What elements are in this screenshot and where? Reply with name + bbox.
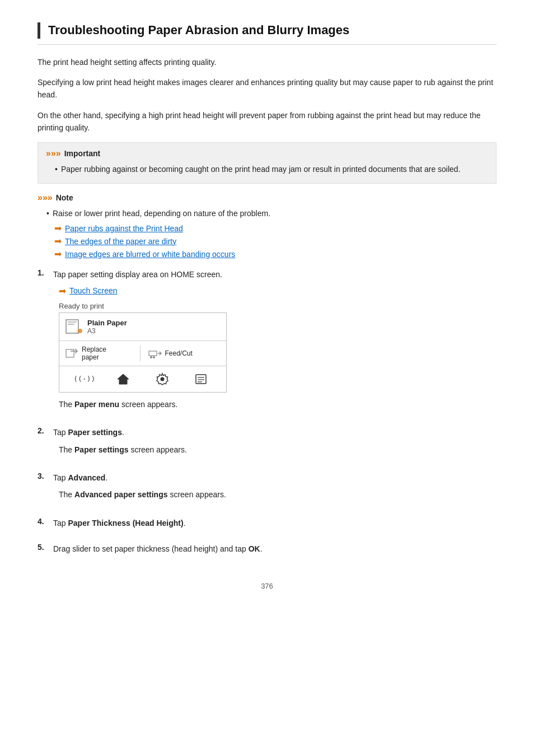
paper-size: A3 bbox=[87, 327, 127, 335]
step-3-num: 3. bbox=[38, 472, 53, 480]
title-bar bbox=[38, 22, 40, 39]
step-2-result-after: screen appears. bbox=[129, 445, 187, 454]
paper-name: Plain Paper bbox=[87, 319, 127, 327]
step-4-after: . bbox=[184, 519, 186, 528]
screen-row-buttons: Replacepaper bbox=[59, 341, 226, 366]
note-text: Raise or lower print head, depending on … bbox=[53, 207, 270, 220]
svg-point-8 bbox=[150, 356, 152, 358]
step-1-result: The Paper menu screen appears. bbox=[59, 398, 496, 410]
step-4-num: 4. bbox=[38, 517, 53, 526]
step-2-text: Tap Paper settings. bbox=[53, 426, 496, 438]
bullet-dot-2: • bbox=[46, 207, 49, 220]
note-link-3[interactable]: ➡ Image edges are blurred or white bandi… bbox=[54, 249, 496, 259]
steps-container: 1. Tap paper setting display area on HOM… bbox=[38, 268, 496, 559]
paper-thickness-bold: Paper Thickness (Head Height) bbox=[68, 519, 183, 528]
advanced-bold: Advanced bbox=[68, 473, 105, 482]
note-chevrons: »»» bbox=[38, 193, 53, 203]
arrow-icon-3: ➡ bbox=[54, 249, 62, 259]
step-5-content: Drag slider to set paper thickness (head… bbox=[53, 543, 496, 559]
wifi-icon: ((·)) bbox=[74, 371, 95, 388]
step-1: 1. Tap paper setting display area on HOM… bbox=[38, 268, 496, 417]
screen-row-paper: Plain Paper A3 bbox=[59, 313, 226, 341]
svg-rect-4 bbox=[66, 349, 74, 357]
note-box: »»» Note • Raise or lower print head, de… bbox=[38, 193, 496, 259]
step-3-result-after: screen appears. bbox=[168, 490, 226, 499]
replace-icon bbox=[65, 348, 78, 359]
link-paper-rubs[interactable]: Paper rubs against the Print Head bbox=[65, 224, 183, 233]
note-link-2[interactable]: ➡ The edges of the paper are dirty bbox=[54, 236, 496, 246]
step-5-before: Drag slider to set paper thickness (head… bbox=[53, 544, 249, 553]
paragraph-2: Specifying a low print head height makes… bbox=[38, 76, 496, 101]
feed-cut-icon bbox=[148, 348, 162, 359]
feed-cut-btn[interactable]: Feed/Cut bbox=[143, 348, 221, 359]
svg-point-3 bbox=[78, 329, 82, 333]
arrow-icon-1: ➡ bbox=[54, 223, 62, 234]
ok-bold: OK bbox=[249, 544, 260, 553]
paragraph-3: On the other hand, specifying a high pri… bbox=[38, 109, 496, 134]
replace-paper-btn[interactable]: Replacepaper bbox=[65, 346, 138, 361]
step-1-text: Tap paper setting display area on HOME s… bbox=[53, 268, 496, 281]
touch-screen-link[interactable]: Touch Screen bbox=[69, 286, 118, 295]
screen-mockup: Plain Paper A3 bbox=[59, 312, 227, 393]
step-3-content: Tap Advanced. The Advanced paper setting… bbox=[53, 472, 496, 508]
advanced-result-bold: Advanced paper settings bbox=[74, 490, 168, 499]
paper-settings-bold: Paper settings bbox=[68, 428, 121, 437]
screen-row-icons: ((·)) bbox=[59, 366, 226, 392]
step-1-content: Tap paper setting display area on HOME s… bbox=[53, 268, 496, 417]
step-2-content: Tap Paper settings. The Paper settings s… bbox=[53, 426, 496, 463]
step-4-text: Tap Paper Thickness (Head Height). bbox=[53, 517, 496, 529]
home-icon bbox=[113, 371, 133, 388]
step-1-num: 1. bbox=[38, 268, 53, 277]
note-label: Note bbox=[56, 193, 73, 202]
important-header: »»» Important bbox=[46, 148, 488, 158]
paper-menu-bold: Paper menu bbox=[74, 400, 119, 409]
svg-rect-1 bbox=[68, 321, 77, 323]
svg-point-11 bbox=[160, 377, 164, 381]
important-label: Important bbox=[64, 149, 101, 158]
step-1-link[interactable]: ➡ Touch Screen bbox=[59, 286, 496, 296]
link-image-edges[interactable]: Image edges are blurred or white banding… bbox=[65, 250, 235, 259]
step-3: 3. Tap Advanced. The Advanced paper sett… bbox=[38, 472, 496, 508]
step-5-text: Drag slider to set paper thickness (head… bbox=[53, 543, 496, 555]
step-4-content: Tap Paper Thickness (Head Height). bbox=[53, 517, 496, 534]
page-number: 376 bbox=[38, 582, 496, 590]
paragraph-1: The print head height setting affects pr… bbox=[38, 56, 496, 68]
step-4: 4. Tap Paper Thickness (Head Height). bbox=[38, 517, 496, 534]
step-3-result: The Advanced paper settings screen appea… bbox=[59, 488, 496, 501]
important-chevrons: »»» bbox=[46, 148, 61, 158]
step-2-num: 2. bbox=[38, 426, 53, 435]
replace-paper-label: Replacepaper bbox=[82, 346, 106, 361]
link-edges-dirty[interactable]: The edges of the paper are dirty bbox=[65, 237, 176, 246]
step-3-after: . bbox=[105, 473, 107, 482]
paper-settings-result-bold: Paper settings bbox=[74, 445, 128, 454]
step-2-result: The Paper settings screen appears. bbox=[59, 444, 496, 456]
step-2-after: . bbox=[122, 428, 124, 437]
step-5-after: . bbox=[260, 544, 263, 553]
step-5: 5. Drag slider to set paper thickness (h… bbox=[38, 543, 496, 559]
step-2: 2. Tap Paper settings. The Paper setting… bbox=[38, 426, 496, 463]
step-5-num: 5. bbox=[38, 543, 53, 552]
menu-list-icon bbox=[191, 371, 211, 388]
paper-icon bbox=[65, 319, 83, 334]
svg-marker-10 bbox=[118, 374, 129, 384]
bullet-dot: • bbox=[55, 163, 58, 175]
svg-rect-2 bbox=[68, 324, 74, 325]
page-title: Troubleshooting Paper Abrasion and Blurr… bbox=[48, 22, 349, 39]
step-1-text-main: Tap paper setting display area on HOME s… bbox=[53, 270, 222, 279]
svg-rect-6 bbox=[149, 351, 157, 356]
ready-label: Ready to print bbox=[59, 302, 496, 310]
important-box: »»» Important • Paper rubbing against or… bbox=[38, 142, 496, 184]
paper-text: Plain Paper A3 bbox=[87, 319, 127, 335]
important-bullet: • Paper rubbing against or becoming caug… bbox=[55, 163, 488, 175]
settings-gear-icon bbox=[152, 371, 172, 388]
svg-point-9 bbox=[153, 356, 155, 358]
title-block: Troubleshooting Paper Abrasion and Blurr… bbox=[38, 22, 496, 45]
note-bullet: • Raise or lower print head, depending o… bbox=[46, 207, 496, 220]
arrow-icon-step1: ➡ bbox=[59, 286, 66, 296]
arrow-icon-2: ➡ bbox=[54, 236, 62, 246]
feed-cut-label: Feed/Cut bbox=[165, 349, 193, 357]
step-3-text: Tap Advanced. bbox=[53, 472, 496, 484]
btn-divider bbox=[140, 346, 140, 361]
note-header: »»» Note bbox=[38, 193, 496, 203]
note-link-1[interactable]: ➡ Paper rubs against the Print Head bbox=[54, 223, 496, 234]
